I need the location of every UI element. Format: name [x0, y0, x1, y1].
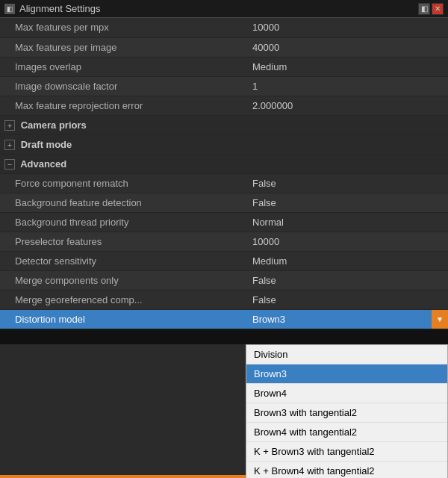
close-button[interactable]: ✕	[432, 3, 444, 15]
row-label: Images overlap	[0, 57, 246, 76]
table-row: Images overlap Medium	[0, 57, 448, 76]
row-label: Background thread priority	[0, 212, 246, 232]
row-label: Merge georeferenced comp...	[0, 290, 246, 309]
table-row: Merge components only False	[0, 270, 448, 290]
expand-icon: +	[4, 120, 15, 131]
table-row: Detector sensitivity Medium	[0, 251, 448, 270]
row-value: 1	[246, 76, 448, 96]
section-header-advanced[interactable]: − Advanced	[0, 154, 448, 173]
row-label: Max feature reprojection error	[0, 96, 246, 115]
title-controls: ◧ ✕	[418, 3, 444, 15]
table-row: Max features per mpx 10000	[0, 18, 448, 37]
dropdown-option-division[interactable]: Division	[246, 345, 447, 364]
table-row: Image downscale factor 1	[0, 76, 448, 96]
row-label: Force component rematch	[0, 173, 246, 193]
table-row: Background feature detection False	[0, 193, 448, 212]
expand-icon: −	[4, 159, 15, 170]
section-header-draft-mode[interactable]: + Draft mode	[0, 134, 448, 154]
section-title: Advanced	[20, 158, 66, 170]
dropdown-option-brown4-tan2[interactable]: Brown4 with tangential2	[246, 423, 447, 442]
title-bar-left: ◧ Alignment Settings	[4, 3, 100, 14]
resize-button[interactable]: ◧	[418, 3, 430, 15]
dropdown-option-k-brown3-tan2[interactable]: K + Brown3 with tangential2	[246, 442, 447, 462]
row-value: 10000	[246, 232, 448, 251]
dropdown-option-brown4[interactable]: Brown4	[246, 384, 447, 403]
row-value: Medium	[246, 57, 448, 76]
window-title: Alignment Settings	[19, 3, 100, 14]
section-title: Draft mode	[21, 139, 72, 150]
row-value: False	[246, 290, 448, 309]
row-value: Normal	[246, 212, 448, 232]
section-title: Camera priors	[21, 120, 87, 131]
row-value: 10000	[246, 18, 448, 37]
section-header-camera-priors[interactable]: + Camera priors	[0, 115, 448, 134]
table-row: Force component rematch False	[0, 173, 448, 193]
black-section	[0, 329, 448, 344]
table-row: Merge georeferenced comp... False	[0, 290, 448, 309]
table-row: Background thread priority Normal	[0, 212, 448, 232]
dropdown-option-brown3[interactable]: Brown3	[246, 364, 447, 384]
row-label: Preselector features	[0, 232, 246, 251]
row-value: 2.000000	[246, 96, 448, 115]
row-label: Max features per mpx	[0, 18, 246, 37]
row-label: Max features per image	[0, 37, 246, 57]
distortion-model-row[interactable]: Distortion model Brown3 ▼	[0, 309, 448, 329]
row-value: False	[246, 270, 448, 290]
row-value: Medium	[246, 251, 448, 270]
distortion-current-value: Brown3	[252, 314, 285, 325]
settings-table: Max features per mpx 10000 Max features …	[0, 18, 448, 329]
section-label[interactable]: − Advanced	[0, 154, 448, 173]
row-label: Background feature detection	[0, 193, 246, 212]
expand-icon: +	[4, 140, 15, 150]
dropdown-arrow-icon[interactable]: ▼	[432, 310, 448, 329]
row-label: Image downscale factor	[0, 76, 246, 96]
dropdown-option-brown3-tan2[interactable]: Brown3 with tangential2	[246, 403, 447, 423]
distortion-label: Distortion model	[0, 309, 246, 329]
row-label: Merge components only	[0, 270, 246, 290]
title-bar: ◧ Alignment Settings ◧ ✕	[0, 0, 448, 18]
dropdown-option-k-brown4-tan2[interactable]: K + Brown4 with tangential2	[246, 462, 447, 479]
table-row: Preselector features 10000	[0, 232, 448, 251]
table-row: Max features per image 40000	[0, 37, 448, 57]
distortion-dropdown[interactable]: Division Brown3 Brown4 Brown3 with tange…	[246, 344, 448, 479]
app-icon: ◧	[4, 4, 15, 14]
row-label: Detector sensitivity	[0, 251, 246, 270]
table-row: Max feature reprojection error 2.000000	[0, 96, 448, 115]
row-value: False	[246, 193, 448, 212]
distortion-value[interactable]: Brown3 ▼	[246, 309, 448, 329]
section-label[interactable]: + Draft mode	[0, 134, 448, 154]
row-value: 40000	[246, 37, 448, 57]
row-value: False	[246, 173, 448, 193]
section-label[interactable]: + Camera priors	[0, 115, 448, 134]
